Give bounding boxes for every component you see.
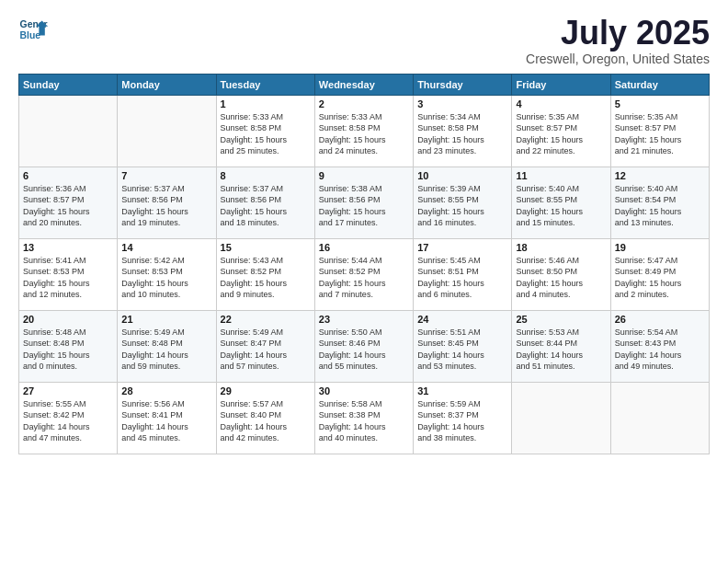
day-cell-9: 8Sunrise: 5:37 AM Sunset: 8:56 PM Daylig… [216,167,314,238]
day-cell-10: 9Sunrise: 5:38 AM Sunset: 8:56 PM Daylig… [314,167,413,238]
day-number: 1 [221,98,311,109]
day-info: Sunrise: 5:37 AM Sunset: 8:56 PM Dayligh… [121,183,211,229]
col-monday: Monday [118,74,216,95]
day-number: 18 [516,242,606,253]
main-title: July 2025 [526,15,710,52]
day-info: Sunrise: 5:38 AM Sunset: 8:56 PM Dayligh… [319,183,409,229]
day-cell-26: 25Sunrise: 5:53 AM Sunset: 8:44 PM Dayli… [512,310,610,382]
day-number: 11 [516,170,606,181]
week-row-2: 6Sunrise: 5:36 AM Sunset: 8:57 PM Daylig… [19,167,710,238]
header: General Blue July 2025 Creswell, Oregon,… [18,15,710,66]
day-cell-14: 13Sunrise: 5:41 AM Sunset: 8:53 PM Dayli… [19,238,118,310]
day-cell-19: 18Sunrise: 5:46 AM Sunset: 8:50 PM Dayli… [512,238,610,310]
day-cell-24: 23Sunrise: 5:50 AM Sunset: 8:46 PM Dayli… [314,310,413,382]
day-info: Sunrise: 5:33 AM Sunset: 8:58 PM Dayligh… [221,111,311,157]
day-cell-5: 4Sunrise: 5:35 AM Sunset: 8:57 PM Daylig… [512,95,610,167]
day-cell-28: 27Sunrise: 5:55 AM Sunset: 8:42 PM Dayli… [19,382,118,454]
calendar-table: Sunday Monday Tuesday Wednesday Thursday… [18,74,710,454]
calendar-page: General Blue July 2025 Creswell, Oregon,… [0,0,728,563]
day-cell-1 [118,95,216,167]
day-number: 30 [319,385,409,396]
day-number: 7 [121,170,211,181]
day-cell-17: 16Sunrise: 5:44 AM Sunset: 8:52 PM Dayli… [314,238,413,310]
day-cell-21: 20Sunrise: 5:48 AM Sunset: 8:48 PM Dayli… [19,310,118,382]
day-number: 20 [23,314,113,325]
day-info: Sunrise: 5:50 AM Sunset: 8:46 PM Dayligh… [319,327,409,373]
day-number: 6 [23,170,113,181]
day-cell-30: 29Sunrise: 5:57 AM Sunset: 8:40 PM Dayli… [216,382,314,454]
day-number: 24 [417,314,507,325]
day-info: Sunrise: 5:34 AM Sunset: 8:58 PM Dayligh… [417,111,507,157]
day-number: 9 [319,170,409,181]
day-number: 2 [319,98,409,109]
logo-icon: General Blue [18,15,48,44]
day-info: Sunrise: 5:57 AM Sunset: 8:40 PM Dayligh… [221,398,311,444]
day-info: Sunrise: 5:40 AM Sunset: 8:54 PM Dayligh… [615,183,705,229]
col-sunday: Sunday [19,74,118,95]
day-number: 10 [417,170,507,181]
day-number: 25 [516,314,606,325]
col-saturday: Saturday [610,74,709,95]
day-info: Sunrise: 5:49 AM Sunset: 8:47 PM Dayligh… [221,327,311,373]
week-row-5: 27Sunrise: 5:55 AM Sunset: 8:42 PM Dayli… [19,382,710,454]
day-number: 29 [221,385,311,396]
week-row-4: 20Sunrise: 5:48 AM Sunset: 8:48 PM Dayli… [19,310,710,382]
day-cell-32: 31Sunrise: 5:59 AM Sunset: 8:37 PM Dayli… [414,382,512,454]
day-number: 12 [615,170,705,181]
week-row-3: 13Sunrise: 5:41 AM Sunset: 8:53 PM Dayli… [19,238,710,310]
day-cell-16: 15Sunrise: 5:43 AM Sunset: 8:52 PM Dayli… [216,238,314,310]
day-info: Sunrise: 5:44 AM Sunset: 8:52 PM Dayligh… [319,255,409,301]
day-info: Sunrise: 5:47 AM Sunset: 8:49 PM Dayligh… [615,255,705,301]
day-cell-12: 11Sunrise: 5:40 AM Sunset: 8:55 PM Dayli… [512,167,610,238]
day-cell-34 [610,382,709,454]
day-cell-20: 19Sunrise: 5:47 AM Sunset: 8:49 PM Dayli… [610,238,709,310]
day-number: 15 [221,242,311,253]
day-number: 4 [516,98,606,109]
day-number: 16 [319,242,409,253]
header-row: Sunday Monday Tuesday Wednesday Thursday… [19,74,710,95]
day-cell-6: 5Sunrise: 5:35 AM Sunset: 8:57 PM Daylig… [610,95,709,167]
day-info: Sunrise: 5:51 AM Sunset: 8:45 PM Dayligh… [417,327,507,373]
day-cell-11: 10Sunrise: 5:39 AM Sunset: 8:55 PM Dayli… [414,167,512,238]
day-cell-25: 24Sunrise: 5:51 AM Sunset: 8:45 PM Dayli… [414,310,512,382]
day-cell-2: 1Sunrise: 5:33 AM Sunset: 8:58 PM Daylig… [216,95,314,167]
day-number: 14 [121,242,211,253]
day-info: Sunrise: 5:56 AM Sunset: 8:41 PM Dayligh… [121,398,211,444]
day-number: 8 [221,170,311,181]
day-cell-4: 3Sunrise: 5:34 AM Sunset: 8:58 PM Daylig… [414,95,512,167]
day-number: 22 [221,314,311,325]
day-cell-0 [19,95,118,167]
col-friday: Friday [512,74,610,95]
day-info: Sunrise: 5:54 AM Sunset: 8:43 PM Dayligh… [615,327,705,373]
day-number: 13 [23,242,113,253]
day-cell-29: 28Sunrise: 5:56 AM Sunset: 8:41 PM Dayli… [118,382,216,454]
day-cell-22: 21Sunrise: 5:49 AM Sunset: 8:48 PM Dayli… [118,310,216,382]
col-wednesday: Wednesday [314,74,413,95]
day-info: Sunrise: 5:45 AM Sunset: 8:51 PM Dayligh… [417,255,507,301]
day-cell-15: 14Sunrise: 5:42 AM Sunset: 8:53 PM Dayli… [118,238,216,310]
day-number: 5 [615,98,705,109]
logo: General Blue [18,15,48,44]
day-info: Sunrise: 5:36 AM Sunset: 8:57 PM Dayligh… [23,183,113,229]
day-cell-8: 7Sunrise: 5:37 AM Sunset: 8:56 PM Daylig… [118,167,216,238]
day-cell-13: 12Sunrise: 5:40 AM Sunset: 8:54 PM Dayli… [610,167,709,238]
day-number: 19 [615,242,705,253]
day-info: Sunrise: 5:58 AM Sunset: 8:38 PM Dayligh… [319,398,409,444]
day-cell-31: 30Sunrise: 5:58 AM Sunset: 8:38 PM Dayli… [314,382,413,454]
day-number: 21 [121,314,211,325]
day-info: Sunrise: 5:53 AM Sunset: 8:44 PM Dayligh… [516,327,606,373]
day-number: 26 [615,314,705,325]
day-cell-33 [512,382,610,454]
subtitle: Creswell, Oregon, United States [526,52,710,66]
day-info: Sunrise: 5:42 AM Sunset: 8:53 PM Dayligh… [121,255,211,301]
day-number: 3 [417,98,507,109]
day-info: Sunrise: 5:49 AM Sunset: 8:48 PM Dayligh… [121,327,211,373]
day-info: Sunrise: 5:35 AM Sunset: 8:57 PM Dayligh… [516,111,606,157]
col-tuesday: Tuesday [216,74,314,95]
day-info: Sunrise: 5:59 AM Sunset: 8:37 PM Dayligh… [417,398,507,444]
calendar-body: 1Sunrise: 5:33 AM Sunset: 8:58 PM Daylig… [19,95,710,454]
col-thursday: Thursday [414,74,512,95]
day-cell-27: 26Sunrise: 5:54 AM Sunset: 8:43 PM Dayli… [610,310,709,382]
day-info: Sunrise: 5:55 AM Sunset: 8:42 PM Dayligh… [23,398,113,444]
day-info: Sunrise: 5:33 AM Sunset: 8:58 PM Dayligh… [319,111,409,157]
